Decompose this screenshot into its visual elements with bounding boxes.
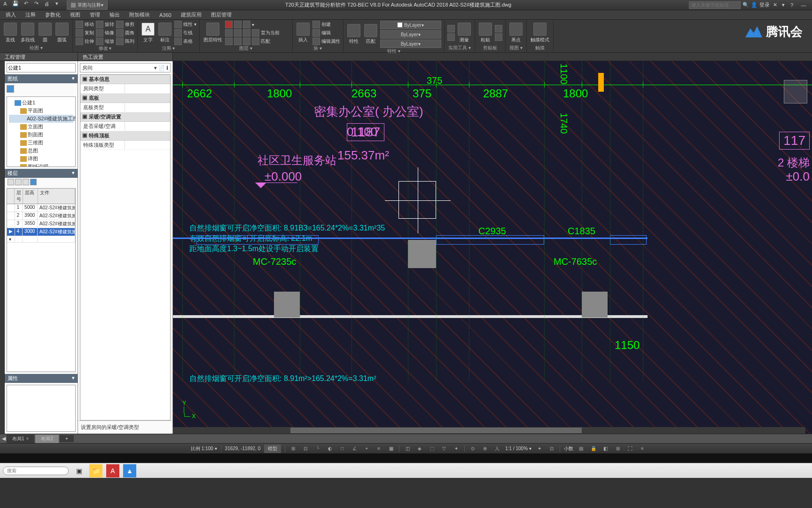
save-icon[interactable]: 💾: [12, 0, 19, 7]
prop-category[interactable]: ▣ 特殊顶板: [80, 131, 170, 141]
text-button[interactable]: A文字: [141, 22, 156, 44]
autocad-icon[interactable]: A: [106, 464, 119, 477]
search-icon[interactable]: 🔍: [742, 2, 749, 8]
tree-item[interactable]: 详图: [9, 155, 73, 163]
table-button[interactable]: 表格: [174, 38, 196, 45]
section-floors[interactable]: 楼层▾: [5, 169, 78, 178]
ribbon-panel-clipboard[interactable]: 剪贴板: [478, 45, 502, 51]
lwt-icon[interactable]: ≡: [375, 444, 383, 453]
tree-item[interactable]: 公建1: [9, 99, 73, 107]
rotate-button[interactable]: 旋转: [96, 21, 114, 28]
floor-row[interactable]: ▶43000A02-S2#楼建筑施: [7, 228, 75, 236]
tree-item[interactable]: 立面图: [9, 123, 73, 131]
custom-icon[interactable]: ≡: [638, 444, 647, 453]
tab-thermal[interactable]: 热工设置: [78, 53, 173, 61]
linetype-button[interactable]: 线性 ▾: [174, 21, 196, 28]
qp-icon[interactable]: ▤: [577, 444, 586, 453]
floor-tool2[interactable]: [15, 179, 22, 185]
prop-category[interactable]: ▣ 底板: [80, 94, 170, 103]
editattr-button[interactable]: 编辑属性: [312, 38, 340, 45]
copy-clip-button[interactable]: [495, 33, 502, 41]
hw-icon[interactable]: ⊞: [614, 444, 622, 453]
user-icon[interactable]: 👤: [751, 2, 757, 8]
annoscale-combo[interactable]: 1:1 / 100% ▾: [505, 446, 531, 451]
drawing-tree[interactable]: 公建1平面图A02-S2#楼建筑施工图立面图剖面图三维图总图详图图纸说明图纸目录: [7, 96, 76, 167]
snap-icon[interactable]: ⊡: [301, 444, 310, 453]
ribbon-panel-modify[interactable]: 修改 ▾: [76, 45, 134, 52]
command-bar[interactable]: [0, 453, 812, 463]
tencent-icon[interactable]: ▲: [123, 464, 136, 477]
prop-row[interactable]: 房间类型: [80, 84, 170, 94]
create-button[interactable]: 创建: [312, 21, 340, 28]
explorer-icon[interactable]: 📁: [89, 464, 102, 477]
arc-button[interactable]: 圆弧: [55, 22, 70, 44]
base-button[interactable]: 基点: [508, 22, 523, 44]
ribbon-panel-annotate[interactable]: 注释 ▾: [141, 45, 196, 52]
tab-prev[interactable]: ◀: [2, 436, 6, 442]
ribbon-panel-view[interactable]: 视图 ▾: [508, 45, 523, 51]
anno-auto-icon[interactable]: ⊕: [481, 444, 489, 453]
ribbon-panel-touch[interactable]: 触摸: [530, 45, 550, 51]
move-button[interactable]: 移动: [76, 21, 94, 28]
prop-row[interactable]: 是否采暖/空调: [80, 122, 170, 131]
redo-icon[interactable]: ↷: [33, 0, 39, 7]
ribbon-panel-props[interactable]: 特性 ▾: [346, 48, 441, 55]
ortho-icon[interactable]: └: [313, 444, 322, 453]
monitor-icon[interactable]: ⊡: [547, 444, 556, 453]
anno-scale-icon[interactable]: 人: [493, 444, 501, 453]
menu-insert[interactable]: 插入: [1, 10, 21, 19]
horizontal-scrollbar[interactable]: [173, 427, 805, 434]
grid-icon[interactable]: ⊞: [289, 444, 297, 453]
section-drawings[interactable]: 图纸▾: [5, 74, 78, 83]
anno-vis-icon[interactable]: ⊙: [468, 444, 477, 453]
ribbon-panel-util[interactable]: 实用工具 ▾: [447, 45, 472, 51]
tab-new[interactable]: +: [60, 435, 74, 442]
dropdown-icon[interactable]: ▾: [54, 0, 60, 7]
tab-project[interactable]: 工程管理: [0, 53, 78, 61]
menu-annotate[interactable]: 注释: [21, 10, 40, 19]
floor-row[interactable]: 15000A02-S2#楼建筑施工: [7, 204, 75, 212]
sel-cycle-icon[interactable]: ◫: [403, 444, 412, 453]
scale-button[interactable]: 缩放: [96, 38, 114, 45]
layerprops-button[interactable]: 图层特性: [203, 22, 223, 44]
tree-item[interactable]: 剖面图: [9, 131, 73, 139]
help-icon[interactable]: ?: [789, 2, 795, 8]
group-btn1[interactable]: [447, 25, 455, 32]
scale-combo[interactable]: 比例 1:100 ▾: [191, 445, 217, 452]
ws-icon[interactable]: ✦: [535, 444, 544, 453]
mirror-button[interactable]: 镜像: [96, 29, 114, 37]
3dosnap-icon[interactable]: ◈: [415, 444, 424, 453]
edit-button[interactable]: 编辑: [312, 29, 340, 37]
help-search[interactable]: [689, 1, 741, 9]
dimension-button[interactable]: 标注: [157, 22, 172, 44]
tree-item[interactable]: 三维图: [9, 139, 73, 147]
polyline-button[interactable]: 多段线: [20, 22, 36, 44]
menu-manage[interactable]: 管理: [85, 10, 105, 19]
sel-filter-icon[interactable]: ▽: [440, 444, 448, 453]
floor-row[interactable]: 23900A02-S2#楼建筑施工: [7, 212, 75, 220]
left-rail[interactable]: [0, 61, 5, 434]
leader-button[interactable]: 引线: [174, 29, 196, 37]
ribbon-panel-block[interactable]: 块 ▾: [296, 45, 340, 52]
tab-layout1[interactable]: 布局1×: [7, 435, 34, 443]
menu-arch[interactable]: 建筑应用: [176, 10, 206, 19]
viewcube[interactable]: [784, 80, 807, 103]
section-props[interactable]: 属性▾: [5, 374, 78, 383]
array-button[interactable]: 阵列: [116, 38, 134, 45]
layer-combo-row[interactable]: ▾: [225, 21, 289, 28]
fillet-button[interactable]: 圆角: [116, 29, 134, 37]
drawing-canvas[interactable]: 2662180026633752887180037517401100密集办公室(…: [173, 61, 812, 434]
gizmo-icon[interactable]: ✦: [452, 444, 461, 453]
ribbon-panel-layer[interactable]: 图层 ▾: [203, 45, 289, 52]
dropdown2-icon[interactable]: ▾: [780, 2, 787, 8]
group-btn2[interactable]: [447, 33, 455, 41]
touch-button[interactable]: 触摸模式: [530, 22, 550, 44]
matchprops-button[interactable]: 匹配: [363, 23, 378, 46]
property-grid[interactable]: ▣ 基本信息房间类型▣ 底板底板类型▣ 采暖/空调设置是否采暖/空调▣ 特殊顶板…: [80, 74, 171, 421]
dducs-icon[interactable]: ⬚: [428, 444, 436, 453]
menu-parametric[interactable]: 参数化: [40, 10, 65, 19]
prop-category[interactable]: ▣ 基本信息: [80, 75, 170, 84]
floor-tool4[interactable]: [30, 179, 37, 185]
taskbar-search[interactable]: [3, 467, 69, 475]
menu-view[interactable]: 视图: [65, 10, 85, 19]
